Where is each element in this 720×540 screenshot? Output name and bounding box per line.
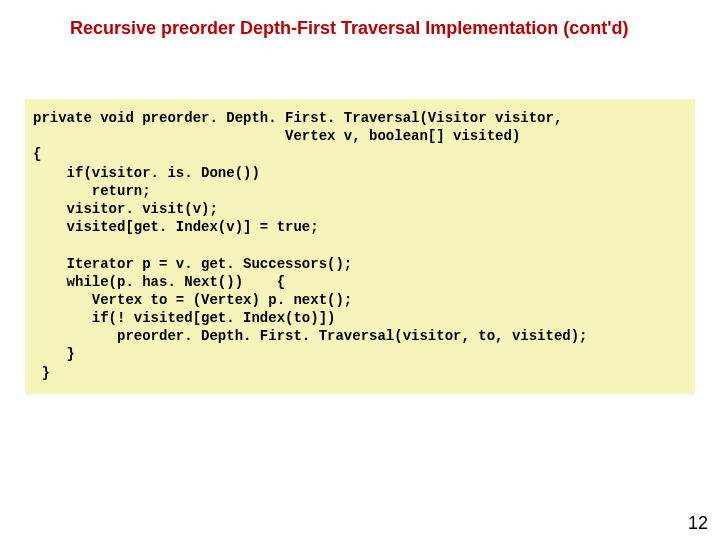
slide-title: Recursive preorder Depth-First Traversal… <box>0 0 720 39</box>
code-block: private void preorder. Depth. First. Tra… <box>25 99 695 394</box>
page-number: 12 <box>688 513 708 534</box>
